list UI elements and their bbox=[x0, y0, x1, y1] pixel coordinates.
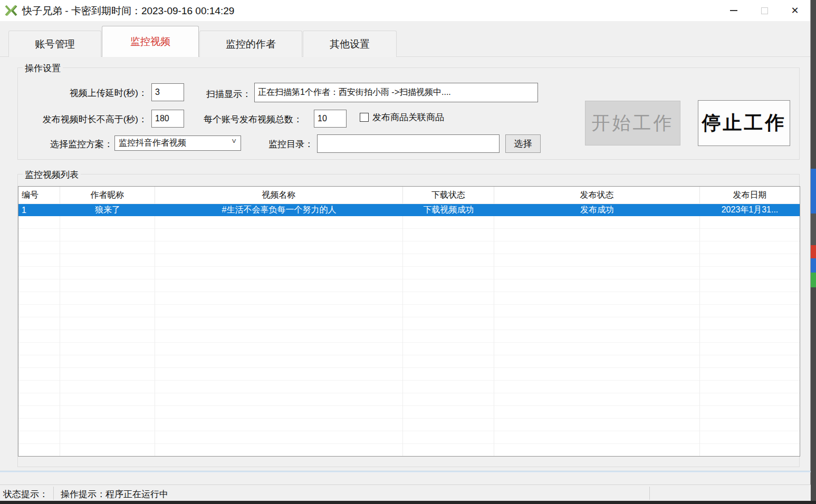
column-header-author[interactable]: 作者昵称 bbox=[60, 187, 155, 203]
tab-strip: 账号管理 监控视频 监控的作者 其他设置 bbox=[0, 26, 810, 57]
close-button[interactable]: ✕ bbox=[780, 0, 810, 21]
video-table-header: 编号 作者昵称 视频名称 下载状态 发布状态 发布日期 bbox=[18, 187, 800, 204]
titlebar: 快子兄弟 - 卡密到期时间：2023-09-16 00:14:29 ✕ bbox=[0, 0, 810, 21]
video-list-groupbox: 监控视频列表 编号 作者昵称 视频名称 下载状态 发布状态 发布日期 1 狼来了… bbox=[17, 174, 800, 467]
monitor-dir-label: 监控目录： bbox=[268, 138, 313, 150]
window-title: 快子兄弟 - 卡密到期时间：2023-09-16 00:14:29 bbox=[22, 4, 234, 18]
statusbar-divider bbox=[53, 487, 54, 500]
maximize-button[interactable] bbox=[749, 0, 780, 21]
scan-display-label: 扫描显示： bbox=[206, 88, 251, 100]
settings-groupbox: 操作设置 视频上传延时(秒)： 扫描显示： 发布视频时长不高于(秒)： 每个账号… bbox=[17, 67, 800, 160]
tab-account-management[interactable]: 账号管理 bbox=[8, 31, 101, 57]
grid-column bbox=[700, 216, 800, 456]
desktop-icon-sliver bbox=[811, 214, 816, 245]
monitor-plan-label: 选择监控方案： bbox=[18, 138, 113, 150]
column-header-id[interactable]: 编号 bbox=[18, 187, 60, 203]
app-icon bbox=[5, 4, 17, 17]
cell-author: 狼来了 bbox=[60, 204, 155, 216]
grid-column bbox=[60, 216, 155, 456]
taskbar-edge bbox=[0, 501, 816, 504]
desktop-icon-sliver bbox=[811, 245, 816, 258]
max-duration-label: 发布视频时长不高于(秒)： bbox=[18, 113, 147, 125]
scan-display-input[interactable] bbox=[254, 83, 538, 102]
upload-delay-input[interactable] bbox=[151, 83, 184, 101]
statusbar-divider bbox=[649, 487, 650, 500]
upload-delay-label: 视频上传延时(秒)： bbox=[18, 87, 147, 99]
close-icon: ✕ bbox=[791, 6, 799, 15]
column-header-download-status[interactable]: 下载状态 bbox=[403, 187, 494, 203]
video-table: 编号 作者昵称 视频名称 下载状态 发布状态 发布日期 1 狼来了 #生活不会辜… bbox=[18, 186, 800, 457]
cell-id: 1 bbox=[18, 204, 60, 216]
status-hint-label: 状态提示： bbox=[3, 488, 48, 500]
grid-column bbox=[494, 216, 700, 456]
per-account-total-label: 每个账号发布视频总数： bbox=[204, 113, 302, 125]
tab-other-settings[interactable]: 其他设置 bbox=[303, 31, 397, 57]
table-empty-area bbox=[18, 216, 800, 456]
video-list-group-label: 监控视频列表 bbox=[23, 169, 81, 181]
column-header-video-name[interactable]: 视频名称 bbox=[155, 187, 403, 203]
cell-video-name: #生活不会辜负每一个努力的人 bbox=[155, 204, 403, 216]
monitor-dir-input[interactable] bbox=[317, 134, 500, 153]
desktop-icon-sliver bbox=[811, 169, 816, 214]
stop-work-button[interactable]: 停止工作 bbox=[698, 100, 790, 146]
desktop-icon-sliver bbox=[811, 258, 816, 273]
column-header-publish-status[interactable]: 发布状态 bbox=[494, 187, 700, 203]
column-header-publish-date[interactable]: 发布日期 bbox=[700, 187, 800, 203]
cell-download-status: 下载视频成功 bbox=[403, 204, 494, 216]
desktop-edge-right bbox=[811, 0, 816, 501]
operation-hint-text: 操作提示：程序正在运行中 bbox=[61, 488, 168, 500]
lower-divider bbox=[0, 471, 811, 472]
chevron-down-icon: ˅ bbox=[232, 137, 236, 146]
desktop-icon-sliver bbox=[811, 273, 816, 287]
cell-publish-date: 2023年1月31... bbox=[700, 204, 800, 216]
app-window: 快子兄弟 - 卡密到期时间：2023-09-16 00:14:29 ✕ 账号管理… bbox=[0, 0, 811, 501]
grid-column bbox=[155, 216, 403, 456]
link-product-label: 发布商品关联商品 bbox=[372, 111, 444, 123]
checkbox-icon[interactable] bbox=[360, 113, 369, 122]
link-product-checkbox-row[interactable]: 发布商品关联商品 bbox=[360, 111, 444, 123]
settings-group-label: 操作设置 bbox=[23, 62, 63, 74]
choose-dir-button[interactable]: 选择 bbox=[505, 134, 541, 153]
statusbar: 状态提示： 操作提示：程序正在运行中 bbox=[0, 484, 811, 501]
cell-publish-status: 发布成功 bbox=[494, 204, 700, 216]
max-duration-input[interactable] bbox=[151, 110, 184, 128]
start-work-button[interactable]: 开始工作 bbox=[585, 101, 680, 146]
monitor-plan-selected: 监控抖音作者视频 bbox=[119, 138, 186, 149]
maximize-icon bbox=[761, 7, 768, 14]
per-account-total-input[interactable] bbox=[314, 110, 347, 128]
grid-column bbox=[403, 216, 494, 456]
tab-monitor-video[interactable]: 监控视频 bbox=[102, 26, 199, 57]
table-row[interactable]: 1 狼来了 #生活不会辜负每一个努力的人 下载视频成功 发布成功 2023年1月… bbox=[18, 204, 800, 216]
monitor-plan-select[interactable]: 监控抖音作者视频 ˅ bbox=[114, 135, 241, 151]
minimize-button[interactable] bbox=[718, 0, 749, 21]
tab-monitored-authors[interactable]: 监控的作者 bbox=[199, 31, 302, 57]
grid-column bbox=[18, 216, 60, 456]
minimize-icon bbox=[730, 10, 737, 11]
